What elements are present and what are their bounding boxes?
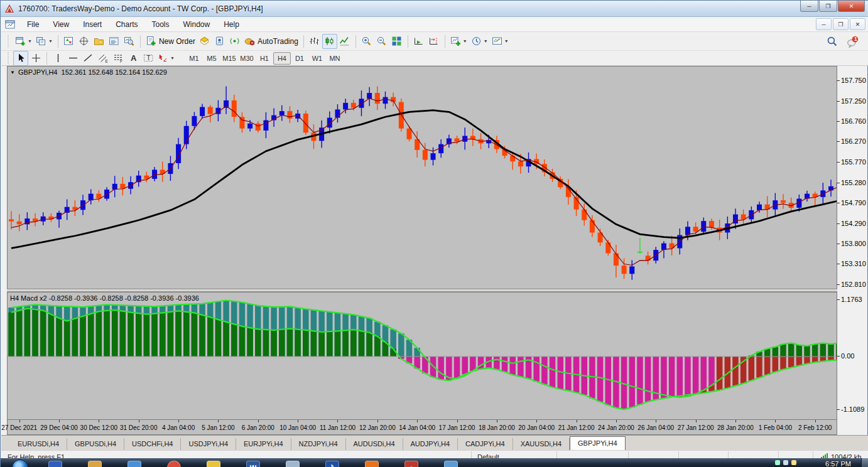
text-button[interactable]: A (126, 51, 141, 66)
svg-text:A: A (131, 53, 137, 63)
notifications-button[interactable]: 1 (845, 34, 860, 49)
toolbar-grip[interactable] (8, 35, 11, 48)
price-axis[interactable]: 157.750157.250156.760156.270155.770155.2… (838, 66, 868, 435)
child-close-button[interactable]: ✕ (850, 18, 865, 30)
taskbar-icon-photo-viewer[interactable] (442, 459, 460, 467)
timeframe-m1[interactable]: M1 (185, 52, 203, 65)
templates-button[interactable]: ▼ (490, 34, 511, 49)
toolbar-grip[interactable] (8, 52, 11, 65)
menu-view[interactable]: View (46, 18, 76, 31)
taskbar-icon-metatrader[interactable]: ▲ (402, 459, 421, 467)
close-button[interactable]: ✕ (838, 1, 865, 12)
taskbar-icon-bluetooth[interactable]: ᛒ (323, 459, 342, 467)
chart-tab-eurjpyi[interactable]: EURJPYi,H4 (236, 438, 291, 450)
periods-button[interactable]: ▼ (469, 34, 490, 49)
timeframe-m30[interactable]: M30 (238, 52, 256, 65)
dropdown-arrow-icon[interactable]: ▼ (463, 39, 467, 43)
menu-window[interactable]: Window (176, 18, 217, 31)
chart-tab-nzdjpyi[interactable]: NZDJPYi,H4 (291, 438, 346, 450)
text-label-button[interactable]: T (141, 51, 156, 66)
profiles-button[interactable]: ▼ (34, 34, 55, 49)
child-restore-button[interactable]: ❐ (833, 18, 849, 30)
auto-scroll-button[interactable] (411, 34, 426, 49)
arrows-button[interactable]: ▼ (156, 51, 176, 66)
taskbar-clock[interactable]: 6:57 PM (825, 460, 851, 467)
cursor-button[interactable] (13, 51, 28, 66)
taskbar-icon-explorer[interactable] (85, 459, 104, 467)
chart-tab-usdchfi[interactable]: USDCHFi,H4 (124, 438, 181, 450)
terminal-button[interactable] (107, 34, 122, 49)
new-order-button[interactable]: New Order (144, 34, 197, 49)
timeframe-d1[interactable]: D1 (291, 52, 308, 65)
chart-tab-gbpjpyi[interactable]: GBPJPYi,H4 (570, 436, 626, 450)
dropdown-arrow-icon[interactable]: ▼ (28, 39, 32, 43)
chart-bars-button[interactable] (307, 34, 322, 49)
data-window-button[interactable] (77, 34, 92, 49)
show-desktop-button[interactable] (861, 458, 868, 467)
vertical-line-button[interactable] (50, 51, 65, 66)
dropdown-arrow-icon[interactable]: ▼ (48, 39, 53, 43)
tile-windows-button[interactable] (389, 34, 404, 49)
timeframe-h4[interactable]: H4 (273, 52, 291, 65)
chart-tab-gbpusdi[interactable]: GBPUSDi,H4 (67, 438, 124, 450)
chart-tab-eurusdi[interactable]: EURUSDi,H4 (10, 438, 67, 450)
signals-button[interactable] (227, 34, 242, 49)
strategy-tester-button[interactable] (122, 34, 137, 49)
chart-line-button[interactable] (337, 34, 352, 49)
price-chart-panel[interactable]: ▼ GBPJPYi,H4 152.361 152.648 152.164 152… (7, 66, 837, 289)
timeframe-m5[interactable]: M5 (203, 52, 220, 65)
taskbar-icon-vlc[interactable] (362, 459, 381, 467)
maximize-button[interactable]: ❐ (819, 1, 837, 12)
timeframe-m15[interactable]: M15 (220, 52, 238, 65)
crosshair-button[interactable] (28, 51, 43, 66)
taskbar-icon-photos[interactable] (125, 459, 144, 467)
chart-tab-audjpyi[interactable]: AUDJPYi,H4 (403, 438, 458, 450)
chart-candlesticks-button[interactable] (322, 34, 337, 49)
chart-tab-xauusdi[interactable]: XAUUSDi,H4 (513, 438, 570, 450)
chart-tab-cadjpyi[interactable]: CADJPYi,H4 (458, 438, 513, 450)
system-tray[interactable] (775, 460, 800, 465)
macd-indicator-panel[interactable]: H4 Macd x2 -0.8258 -0.3936 -0.8258 -0.82… (7, 292, 837, 420)
new-chart-button[interactable]: ▼ (13, 34, 34, 49)
taskbar-icon-messenger[interactable] (204, 459, 223, 467)
time-axis[interactable]: 27 Dec 202129 Dec 04:0030 Dec 12:0031 De… (7, 420, 837, 435)
search-button[interactable] (825, 34, 840, 49)
time-tick-label: 18 Jan 20:00 (479, 424, 515, 431)
menu-insert[interactable]: Insert (76, 18, 109, 31)
start-button[interactable] (12, 459, 28, 467)
menu-file[interactable]: File (20, 18, 46, 31)
minimize-button[interactable]: ─ (800, 1, 818, 12)
dropdown-arrow-icon[interactable]: ▼ (504, 39, 509, 43)
timeframe-mn[interactable]: MN (326, 52, 344, 65)
metaeditor-button[interactable] (197, 34, 212, 49)
chart-tab-audusdi[interactable]: AUDUSDi,H4 (346, 438, 403, 450)
dropdown-arrow-icon[interactable]: ▼ (170, 56, 175, 60)
title-bar[interactable]: 1760700: TradersWay-Demo - Demo Account … (1, 1, 868, 17)
timeframe-w1[interactable]: W1 (308, 52, 326, 65)
equidistant-channel-button[interactable]: E (95, 51, 111, 66)
menu-charts[interactable]: Charts (109, 18, 144, 31)
navigator-button[interactable] (92, 34, 107, 49)
dropdown-arrow-icon[interactable]: ▼ (484, 39, 488, 43)
chart-shift-button[interactable] (426, 34, 442, 49)
menu-tools[interactable]: Tools (145, 18, 176, 31)
chart-tab-usdjpyi[interactable]: USDJPYi,H4 (181, 438, 236, 450)
chevron-down-icon[interactable]: ▼ (10, 70, 15, 75)
menu-help[interactable]: Help (217, 18, 246, 31)
zoom-in-button[interactable] (359, 34, 374, 49)
indicators-button[interactable]: ▼ (448, 34, 469, 49)
trendline-button[interactable] (80, 51, 95, 66)
zoom-out-button[interactable] (374, 34, 389, 49)
taskbar-icon-calculator[interactable] (46, 459, 65, 467)
taskbar-icon-notepad[interactable] (283, 459, 302, 467)
time-tick-label: 5 Jan 12:00 (202, 424, 234, 431)
child-minimize-button[interactable]: ─ (816, 18, 832, 30)
timeframe-h1[interactable]: H1 (256, 52, 273, 65)
taskbar-icon-chrome[interactable] (165, 459, 183, 467)
experts-button[interactable] (212, 34, 227, 49)
fibonacci-button[interactable]: F (111, 51, 126, 66)
taskbar-icon-word[interactable]: W (244, 459, 263, 467)
autotrading-button[interactable]: AutoTrading (242, 34, 300, 49)
market-watch-button[interactable] (62, 34, 77, 49)
horizontal-line-button[interactable] (65, 51, 80, 66)
